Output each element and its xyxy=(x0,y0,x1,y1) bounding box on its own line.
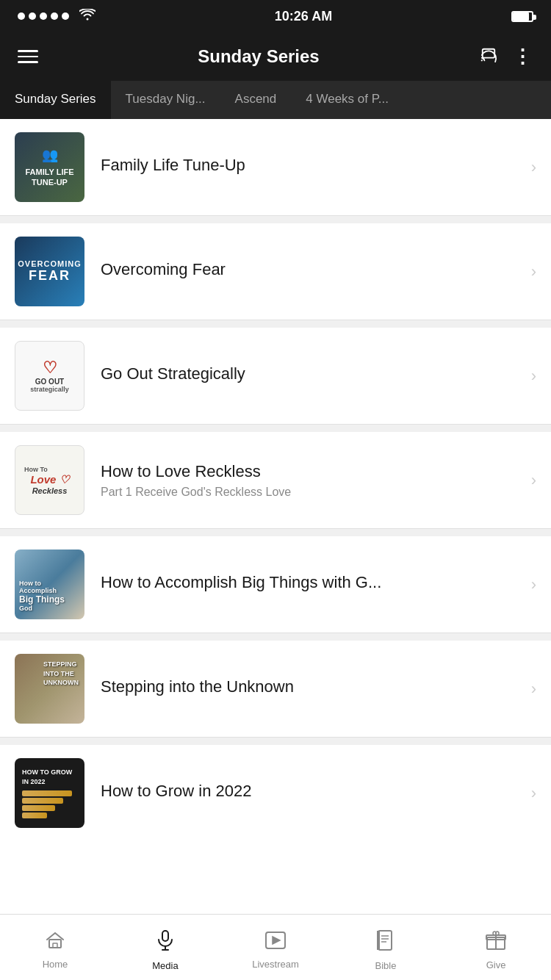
header-icons: ⋮ xyxy=(479,47,533,66)
list-item[interactable]: 👥 FAMILY LIFETUNE-UP Family Life Tune-Up… xyxy=(0,119,551,216)
cast-button[interactable] xyxy=(479,47,498,66)
tab-home[interactable]: Home xyxy=(0,926,110,970)
gift-icon xyxy=(486,931,506,955)
chevron-right-icon: › xyxy=(531,262,536,281)
item-subtitle: Part 1 Receive God's Reckless Love xyxy=(101,486,522,499)
item-content: Stepping into the Unknown xyxy=(101,677,522,701)
tab-give[interactable]: Give xyxy=(441,925,551,970)
tab-livestream-label: Livestream xyxy=(252,959,299,970)
item-content: How to Grow in 2022 xyxy=(101,781,522,805)
tab-media-label: Media xyxy=(152,960,178,971)
tab-media[interactable]: Media xyxy=(110,924,220,971)
item-title: How to Accomplish Big Things with G... xyxy=(101,572,522,594)
tab-ascend[interactable]: Ascend xyxy=(220,81,292,119)
list-item[interactable]: How toAccomplishBig ThingsGod How to Acc… xyxy=(0,536,551,633)
thumbnail-family-life: 👥 FAMILY LIFETUNE-UP xyxy=(15,132,84,202)
page-title: Sunday Series xyxy=(198,46,319,67)
more-options-button[interactable]: ⋮ xyxy=(513,47,533,66)
thumbnail-go-out: ♡ GO OUT strategically xyxy=(15,341,84,411)
menu-button[interactable] xyxy=(18,50,38,63)
item-title: Go Out Strategically xyxy=(101,364,522,385)
battery-icon xyxy=(511,11,533,22)
mic-icon xyxy=(156,930,174,956)
chevron-right-icon: › xyxy=(531,367,536,386)
item-content: How to Love Reckless Part 1 Receive God'… xyxy=(101,461,522,499)
signal-dots xyxy=(18,12,69,20)
thumbnail-accomplish: How toAccomplishBig ThingsGod xyxy=(15,550,84,619)
tab-give-label: Give xyxy=(486,959,506,970)
item-title: How to Grow in 2022 xyxy=(101,781,522,802)
item-content: Overcoming Fear xyxy=(101,259,522,284)
tab-sunday-series[interactable]: Sunday Series xyxy=(0,81,111,119)
list-item[interactable]: STEPPINGINTO THEUNKNOWN Stepping into th… xyxy=(0,641,551,738)
top-tab-bar: Sunday Series Tuesday Nig... Ascend 4 We… xyxy=(0,81,551,119)
chevron-right-icon: › xyxy=(531,158,536,177)
book-icon xyxy=(377,930,395,956)
home-icon xyxy=(45,932,65,954)
tab-home-label: Home xyxy=(43,959,68,970)
chevron-right-icon: › xyxy=(531,680,536,699)
list-item[interactable]: HOW TO GROWIN 2022 How to Grow in 2022 › xyxy=(0,745,551,841)
status-left xyxy=(18,9,96,24)
thumbnail-love-reckless: How To Love ♡ Reckless xyxy=(15,445,84,515)
thumbnail-stepping: STEPPINGINTO THEUNKNOWN xyxy=(15,654,84,724)
item-title: Stepping into the Unknown xyxy=(101,677,522,698)
svg-rect-3 xyxy=(162,931,168,941)
chevron-right-icon: › xyxy=(531,471,536,490)
svg-rect-8 xyxy=(378,931,392,950)
thumbnail-overcoming-fear: Overcoming FEAR xyxy=(15,237,84,306)
bottom-tab-bar: Home Media Livestream xyxy=(0,914,551,980)
thumbnail-grow-2022: HOW TO GROWIN 2022 xyxy=(15,758,84,828)
play-icon xyxy=(265,932,286,954)
svg-marker-7 xyxy=(273,937,280,944)
item-content: Family Life Tune-Up xyxy=(101,155,522,179)
header: Sunday Series ⋮ xyxy=(0,32,551,81)
status-right xyxy=(511,11,533,22)
tab-bible-label: Bible xyxy=(375,960,397,971)
item-content: How to Accomplish Big Things with G... xyxy=(101,572,522,597)
status-time: 10:26 AM xyxy=(275,9,332,24)
tab-tuesday-night[interactable]: Tuesday Nig... xyxy=(111,81,220,119)
list-item[interactable]: ♡ GO OUT strategically Go Out Strategica… xyxy=(0,328,551,425)
list-item[interactable]: How To Love ♡ Reckless How to Love Reckl… xyxy=(0,432,551,529)
status-bar: 10:26 AM xyxy=(0,0,551,32)
list-item[interactable]: Overcoming FEAR Overcoming Fear › xyxy=(0,223,551,320)
tab-livestream[interactable]: Livestream xyxy=(220,926,331,970)
series-list: 👥 FAMILY LIFETUNE-UP Family Life Tune-Up… xyxy=(0,119,551,841)
wifi-icon xyxy=(79,9,96,24)
item-title: How to Love Reckless xyxy=(101,461,522,483)
chevron-right-icon: › xyxy=(531,784,536,803)
item-title: Family Life Tune-Up xyxy=(101,155,522,176)
item-title: Overcoming Fear xyxy=(101,259,522,281)
tab-4-weeks[interactable]: 4 Weeks of P... xyxy=(291,81,403,119)
item-content: Go Out Strategically xyxy=(101,364,522,388)
tab-bible[interactable]: Bible xyxy=(331,924,441,971)
chevron-right-icon: › xyxy=(531,575,536,594)
